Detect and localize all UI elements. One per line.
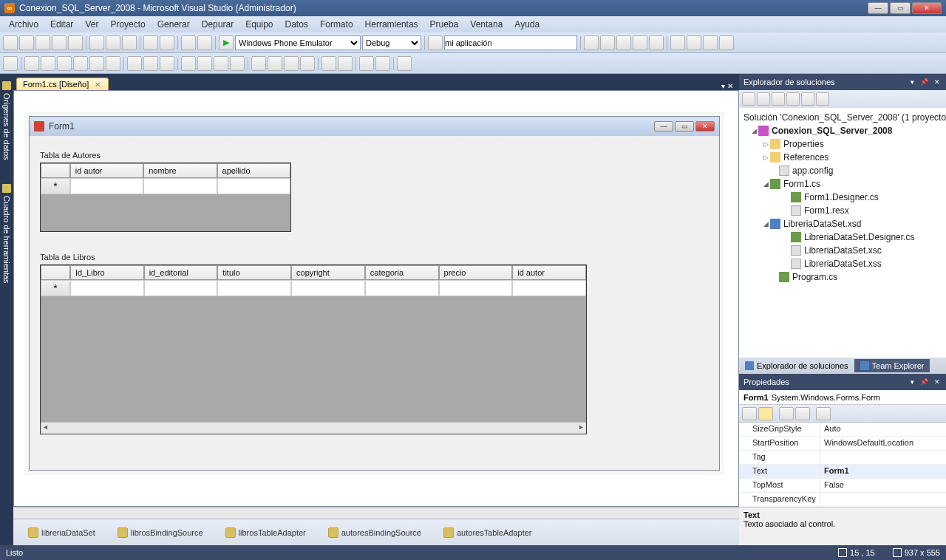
col-id-autor[interactable]: id autor (70, 163, 143, 178)
panel-dropdown-icon[interactable]: ▾ (909, 78, 916, 86)
datagridview-libros[interactable]: Id_Libro id_editorial titulo copyright c… (40, 264, 587, 434)
cell[interactable] (217, 280, 291, 296)
same-height-icon[interactable] (143, 56, 158, 71)
menu-ver[interactable]: Ver (79, 18, 104, 31)
comp-libreriadataset[interactable]: libreriaDataSet (28, 527, 95, 538)
grid-hscroll[interactable] (41, 422, 586, 434)
vspace-dec-icon[interactable] (284, 56, 299, 71)
panel-pin-icon[interactable]: 📌 (919, 78, 930, 86)
hspace-inc-icon[interactable] (197, 56, 212, 71)
solution-tree[interactable]: Solución 'Conexion_SQL_Server_2008' (1 p… (739, 108, 946, 358)
save-all-icon[interactable] (68, 35, 83, 50)
form-minimize-button[interactable]: — (654, 121, 673, 132)
save-icon[interactable] (52, 35, 67, 50)
open-icon[interactable] (35, 35, 50, 50)
panel-close-icon[interactable]: ✕ (933, 378, 942, 386)
align-grid-icon[interactable] (3, 56, 18, 71)
comp-autorestableadapter[interactable]: autoresTableAdapter (443, 527, 532, 538)
platform-selector[interactable]: Windows Phone Emulator (235, 35, 361, 50)
close-button[interactable]: ✕ (912, 2, 942, 14)
doc-tab-form1[interactable]: Form1.cs [Diseño] ✕ (16, 78, 109, 90)
form-maximize-button[interactable]: ▭ (675, 121, 694, 132)
align-bottom-icon[interactable] (106, 56, 120, 71)
col-copyright[interactable]: copyright (291, 265, 365, 280)
align-left-icon[interactable] (24, 56, 39, 71)
paste-icon[interactable] (122, 35, 137, 50)
menu-archivo[interactable]: Archivo (3, 18, 44, 31)
menu-generar[interactable]: Generar (152, 18, 196, 31)
add-item-icon[interactable] (19, 35, 34, 50)
nav-fwd-icon[interactable] (197, 35, 212, 50)
doc-tabs-dropdown[interactable]: ▾ ✕ (718, 82, 736, 90)
col-id-editorial[interactable]: id_editorial (144, 265, 218, 280)
col-precio[interactable]: precio (439, 265, 513, 280)
cell[interactable] (70, 280, 144, 296)
view-designer-icon[interactable] (801, 92, 814, 106)
expander-icon[interactable]: ◢ (761, 220, 770, 228)
vspace-rem-icon[interactable] (300, 56, 315, 71)
hspace-rem-icon[interactable] (230, 56, 245, 71)
align-middle-icon[interactable] (89, 56, 104, 71)
same-size-icon[interactable] (160, 56, 174, 71)
minimize-button[interactable]: — (868, 2, 888, 14)
panel-dropdown-icon[interactable]: ▾ (909, 378, 916, 386)
prop-row-sizegripstyle[interactable]: SizeGripStyleAuto (739, 423, 946, 437)
panel-pin-icon[interactable]: 📌 (919, 378, 930, 386)
col-id-autor2[interactable]: id autor (512, 265, 586, 280)
view-code-icon[interactable] (786, 92, 800, 106)
col-categoria[interactable]: categoria (365, 265, 439, 280)
menu-prueba[interactable]: Prueba (424, 18, 465, 31)
align-right-icon[interactable] (57, 56, 72, 71)
expander-icon[interactable]: ▷ (761, 140, 770, 148)
hspace-eq-icon[interactable] (181, 56, 196, 71)
alphabetical-icon[interactable] (758, 407, 773, 420)
panel-close-icon[interactable]: ✕ (933, 78, 942, 86)
cell[interactable] (143, 178, 217, 194)
find-icon[interactable] (428, 35, 443, 50)
tb-i-icon[interactable] (719, 35, 734, 50)
menu-proyecto[interactable]: Proyecto (104, 18, 151, 31)
properties-pane-icon[interactable] (779, 407, 794, 420)
nav-back-icon[interactable] (181, 35, 196, 50)
menu-editar[interactable]: Editar (44, 18, 79, 31)
redo-icon[interactable] (160, 35, 174, 50)
properties-grid[interactable]: SizeGripStyleAutoStartPositionWindowsDef… (739, 423, 946, 507)
center-v-icon[interactable] (338, 56, 353, 71)
menu-formato[interactable]: Formato (314, 18, 359, 31)
menu-herramientas[interactable]: Herramientas (359, 18, 424, 31)
properties-icon[interactable] (742, 92, 755, 106)
tb-h-icon[interactable] (703, 35, 718, 50)
center-h-icon[interactable] (321, 56, 336, 71)
property-pages-icon[interactable] (816, 407, 831, 420)
cell[interactable] (217, 178, 290, 194)
expander-icon[interactable]: ▷ (761, 154, 770, 161)
copy-icon[interactable] (106, 35, 120, 50)
tab-order-icon[interactable] (397, 56, 412, 71)
view-class-diagram-icon[interactable] (816, 92, 829, 106)
prop-row-text[interactable]: TextForm1 (739, 465, 946, 479)
vspace-inc-icon[interactable] (268, 56, 282, 71)
tb-e-icon[interactable] (649, 35, 664, 50)
prop-row-tag[interactable]: Tag (739, 451, 946, 465)
new-project-icon[interactable] (3, 35, 18, 50)
tb-a-icon[interactable] (584, 35, 599, 50)
doc-tab-close-icon[interactable]: ✕ (93, 81, 102, 89)
cell[interactable] (365, 280, 439, 296)
data-sources-tab[interactable]: Orígenes de datos (1, 77, 12, 165)
hspace-dec-icon[interactable] (214, 56, 228, 71)
search-input[interactable] (444, 35, 577, 50)
show-all-files-icon[interactable] (757, 92, 770, 106)
prop-row-topmost[interactable]: TopMostFalse (739, 479, 946, 493)
prop-row-transparencykey[interactable]: TransparencyKey (739, 493, 946, 507)
properties-target[interactable]: Form1System.Windows.Forms.Form (739, 390, 946, 405)
cell[interactable] (512, 280, 586, 296)
menu-ayuda[interactable]: Ayuda (508, 18, 545, 31)
comp-autoresbindingsource[interactable]: autoresBindingSource (328, 527, 421, 538)
toolbox-tab[interactable]: Cuadro de herramientas (1, 180, 12, 288)
tb-c-icon[interactable] (616, 35, 631, 50)
refresh-icon[interactable] (772, 92, 785, 106)
expander-icon[interactable]: ◢ (761, 180, 770, 188)
cell[interactable] (439, 280, 513, 296)
menu-equipo[interactable]: Equipo (239, 18, 279, 31)
categorized-icon[interactable] (742, 407, 757, 420)
